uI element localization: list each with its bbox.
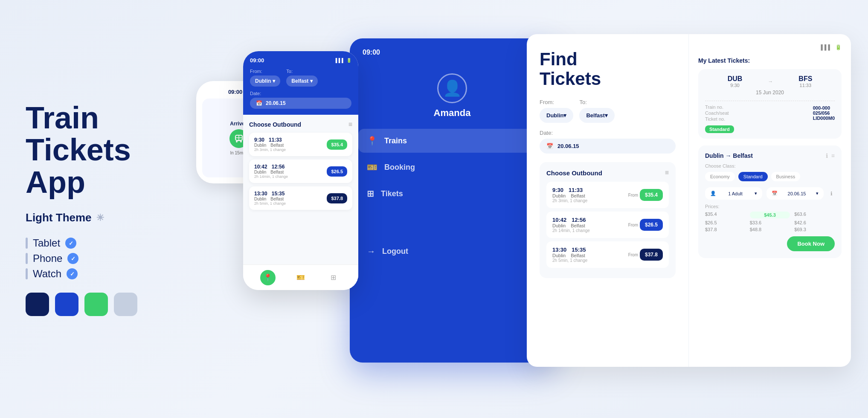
left-panel: Train Tickets App Light Theme ☀ Tablet ✓… [26,102,188,316]
ticket-no-value: LID000M0 [813,116,835,121]
price-badge-2: $26.5 [327,166,347,177]
price-2-1: $26.5 [705,220,746,225]
find-tickets-title: Find Tickets [540,49,676,89]
d-train-route-1: Dublin Belfast [552,193,628,198]
check-icon-phone: ✓ [67,253,78,264]
class-business[interactable]: Business [771,172,801,181]
desktop-train-row-1[interactable]: 9:30 11:33 Dublin Belfast 2h 3min, 1 cha… [546,182,669,208]
settings-icon[interactable]: ≡ [831,152,835,159]
desktop-from-select[interactable]: Dublin ▾ [540,108,573,123]
desktop-from-label: From: [540,99,573,105]
arrive-1: 11:33 [269,137,282,143]
menu-dots-icon[interactable]: ≡ [348,121,352,128]
depart-3: 13:30 [254,191,267,197]
d-depart-2: 10:42 [552,217,566,223]
desktop-train-row-3[interactable]: 13:30 15:35 Dublin Belfast 2h 5min, 1 ch… [546,241,669,268]
d-train-detail-2: 2h 14min, 1 change [552,228,628,233]
d-train-times-3: 13:30 15:35 [552,247,628,253]
d-price-from-2: From [628,223,638,227]
theme-text: Light Theme [26,211,92,224]
booking-from: Dublin [705,152,724,159]
nav-item-logout[interactable]: → Logout [358,240,546,263]
desktop-to-value: Belfast [586,112,604,119]
info-booking-icon[interactable]: ℹ [828,187,835,200]
price-2-2: $33.6 [750,220,790,225]
battery-icon: 🔋 [346,58,351,63]
ticket-time-to: 11:33 [798,83,812,88]
price-badge-3: $37.8 [327,193,347,203]
tablet-screen: 09:00 👤 Amanda 📍 Trains 🎫 Booking [350,38,554,363]
logout-nav-icon: → [367,247,375,256]
to-city-3: Belfast [270,197,284,201]
info-icon[interactable]: ℹ [826,152,828,159]
tablet-nav: 📍 Trains 🎫 Booking ⊞ Tikets → Logout [350,129,554,263]
desktop-menu-icon[interactable]: ≡ [665,169,669,177]
class-standard[interactable]: Standard [738,172,768,181]
train-route-2: Dublin Belfast [254,170,327,174]
book-now-button[interactable]: Book Now [787,236,835,251]
passengers-field[interactable]: 👤 1 Adult ▾ [705,187,762,200]
phone-status-bar: 09:00 ▌▌▌ 🔋 [250,57,351,64]
nav-item-tickets[interactable]: ⊞ Tikets [358,182,546,206]
person-icon: 👤 [710,191,716,196]
nav-label-logout: Logout [382,247,408,256]
calendar-icon: 📅 [256,100,262,106]
nav-item-booking[interactable]: 🎫 Booking [358,155,546,179]
nav-grid-icon[interactable]: ⊞ [326,270,341,285]
device-label-watch: Watch [33,268,61,280]
d-train-detail-1: 2h 3min, 1 change [552,198,628,203]
device-list: Tablet ✓ Phone ✓ Watch ✓ [26,237,188,280]
desktop-train-row-2[interactable]: 10:42 12:56 Dublin Belfast 2h 14min, 1 c… [546,212,669,238]
phone-train-row-2[interactable]: 10:42 12:56 Dublin Belfast 2h 14min, 1 c… [249,160,352,183]
battery-icon-d: 🔋 [835,44,842,50]
phone-train-row-1[interactable]: 9:30 11:33 Dublin Belfast 2h 3min, 1 cha… [249,133,352,156]
class-options: Economy Standard Business [705,172,835,181]
desktop-to-select[interactable]: Belfast ▾ [579,108,614,123]
theme-label: Light Theme ☀ [26,211,188,224]
phone-train-info-2: 10:42 12:56 Dublin Belfast 2h 14min, 1 c… [254,164,327,179]
phone-date-field[interactable]: 📅 20.06.15 [250,98,351,109]
ticket-city-from: DUB [728,75,743,83]
train-detail-3: 2h 5min, 1 change [254,201,327,206]
class-economy[interactable]: Economy [705,172,735,181]
desktop-status-bar: ▌▌▌ 🔋 [698,44,842,50]
nav-item-trains[interactable]: 📍 Trains [358,129,546,153]
d-arrive-2: 12:56 [572,217,586,223]
swatch-dark-blue [26,293,49,316]
phone-to-label: To: [286,69,318,74]
find-title-line2: Tickets [540,69,601,89]
nav-ticket-icon[interactable]: 🎫 [293,270,308,285]
chevron-from-icon: ▾ [563,112,566,119]
d-arrive-1: 11:33 [569,187,583,193]
chevron-date-icon: ▾ [816,191,819,196]
train-detail-1: 2h 3min, 1 change [254,148,327,152]
nav-location-icon[interactable]: 📍 [260,270,276,285]
ticket-arrow: → [768,75,773,88]
nav-label-booking: Booking [384,163,415,172]
ticket-card: DUB 9:30 → BFS 11:33 15 Jun 2020 [698,69,842,139]
app-title: Train Tickets App [26,102,188,199]
d-train-route-3: Dublin Belfast [552,253,628,258]
phone-from-dropdown[interactable]: Dublin ▾ [250,75,280,87]
d-price-from-3: From [628,253,638,257]
color-palette [26,293,188,316]
booking-date-field[interactable]: 📅 20.06.15 ▾ [766,187,824,200]
phone-outbound-title: Choose Outbound [249,121,301,128]
desktop-screen: Find Tickets From: Dublin ▾ To: B [527,34,851,367]
booking-section: Dublin → Belfast ℹ ≡ Choose Class: Econo… [698,145,842,258]
device-bar-watch [26,268,28,279]
phone-time: 09:00 [250,57,264,64]
booking-nav-icon: 🎫 [367,162,377,172]
phone-to-dropdown[interactable]: Belfast ▾ [286,75,318,87]
desktop-outbound-section: Choose Outbound ≡ 9:30 11:33 Dublin Belf… [540,162,676,278]
prices-label-text: Prices: [705,204,720,209]
ticket-no-label: Ticket no. [705,116,729,122]
d-train-times-1: 9:30 11:33 [552,187,628,193]
coach-seat-label: Coach/seat [705,110,729,116]
d-train-detail-3: 2h 5min, 1 change [552,258,628,263]
depart-1: 9:30 [254,137,264,143]
desktop-date-field[interactable]: 📅 20.06.15 [540,139,676,154]
device-item-phone: Phone ✓ [26,253,188,264]
phone-train-row-3[interactable]: 13:30 15:35 Dublin Belfast 2h 5min, 1 ch… [249,186,352,210]
swatch-blue [55,293,78,316]
